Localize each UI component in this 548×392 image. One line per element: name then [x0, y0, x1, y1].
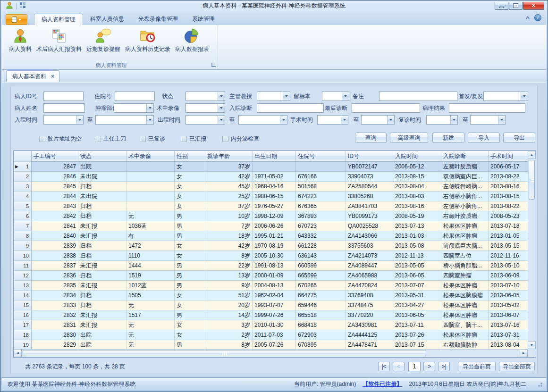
- filter-input-final_diag[interactable]: [352, 103, 420, 113]
- grid-header-cell[interactable]: 手工编号: [32, 151, 78, 162]
- filter-input-admit_diag[interactable]: [257, 103, 324, 113]
- filter-combo-revisit_time[interactable]: [426, 115, 458, 125]
- row-header-cell[interactable]: 11: [14, 261, 32, 271]
- checkbox-icon[interactable]: [181, 136, 187, 142]
- chevron-down-icon[interactable]: [341, 116, 348, 124]
- export-all-pages-button[interactable]: 导出全部页: [499, 362, 535, 371]
- table-row[interactable]: 82840未汇报有男18岁1995-01-21643332ZA414306620…: [14, 231, 528, 241]
- chevron-down-icon[interactable]: [283, 92, 290, 100]
- import-button[interactable]: 导入: [468, 133, 500, 143]
- row-header-cell[interactable]: 9: [14, 241, 32, 251]
- info-icon[interactable]: i: [534, 14, 541, 21]
- table-row[interactable]: 172831未汇报无女3岁2010-01-30668418ZA343098120…: [14, 320, 528, 330]
- close-button[interactable]: ✕: [523, 2, 544, 10]
- chevron-down-icon[interactable]: [218, 116, 225, 124]
- horizontal-scroll-thumb[interactable]: [23, 350, 426, 356]
- pager-next-button[interactable]: >: [423, 362, 435, 371]
- chevron-down-icon[interactable]: [218, 92, 225, 100]
- checkbox-option-4[interactable]: 内分泌检查: [222, 133, 259, 144]
- table-row[interactable]: 42844未出院女25岁1988-06-15674223338052682013…: [14, 192, 528, 201]
- checkbox-option-1[interactable]: 主任主刀: [95, 133, 126, 144]
- filter-input-patient_id[interactable]: [43, 92, 84, 101]
- checkbox-icon[interactable]: [222, 136, 228, 142]
- ribbon-button-postop-report[interactable]: 术后病人汇报资料: [34, 26, 84, 55]
- row-header-cell[interactable]: 18: [14, 330, 32, 340]
- filter-combo-surgery_time[interactable]: [317, 115, 348, 125]
- filter-combo-to[interactable]: [95, 115, 154, 125]
- chevron-down-icon[interactable]: [76, 116, 83, 124]
- quick-launch-icon[interactable]: [19, 2, 26, 10]
- page-number-input[interactable]: [408, 362, 421, 371]
- checkbox-option-2[interactable]: 已复诊: [140, 133, 165, 144]
- ribbon-tab-patient-management[interactable]: 病人资料管理: [34, 14, 83, 25]
- chevron-down-icon[interactable]: [146, 104, 153, 112]
- checkbox-option-0[interactable]: 胶片地址为空: [39, 133, 82, 144]
- combo-field[interactable]: [257, 92, 283, 100]
- dialog-launcher-icon[interactable]: [211, 63, 216, 67]
- row-header-cell[interactable]: 13: [14, 281, 32, 291]
- advanced-query-button[interactable]: 高级查询: [390, 133, 428, 143]
- scroll-left-icon[interactable]: ◄: [14, 349, 22, 357]
- table-row[interactable]: 72841未汇报1036蓝男7岁2006-06-26670723QA002552…: [14, 221, 528, 231]
- export-button[interactable]: 导出: [503, 133, 535, 143]
- table-row[interactable]: ▶12847出院女37岁YB00721472006-05-12左额叶胶质瘤200…: [14, 162, 528, 172]
- combo-field[interactable]: [96, 116, 146, 124]
- grid-header-cell[interactable]: 手术时间: [489, 151, 528, 162]
- chevron-down-icon[interactable]: [387, 116, 394, 124]
- filter-input-remark[interactable]: [379, 92, 457, 101]
- checkbox-icon[interactable]: [39, 136, 45, 142]
- filter-combo-specimen[interactable]: [322, 92, 349, 101]
- table-row[interactable]: 142834归档1505女51岁1962-02-0466477533769408…: [14, 291, 528, 300]
- combo-field[interactable]: [44, 116, 76, 124]
- ribbon-button-data-report[interactable]: 病人数据报表: [173, 26, 211, 55]
- combo-field[interactable]: [186, 104, 218, 112]
- combo-field[interactable]: [427, 116, 450, 124]
- table-row[interactable]: 62842归档无男10岁1998-12-09367893YB0099173200…: [14, 211, 528, 221]
- query-button[interactable]: 查询: [355, 133, 387, 143]
- filter-input-pathology[interactable]: [449, 103, 525, 113]
- combo-field[interactable]: [239, 116, 280, 124]
- filter-combo-discharge_time[interactable]: [185, 115, 225, 125]
- table-row[interactable]: 122836归档1519男13岁2000-01-09665599ZA406598…: [14, 271, 528, 281]
- grid-header-cell[interactable]: 性别: [175, 151, 205, 162]
- pager-last-button[interactable]: >|: [438, 362, 450, 371]
- row-header-cell[interactable]: 17: [14, 320, 32, 330]
- doc-tab-patient-basic-info[interactable]: 病人基本资料 ×: [6, 70, 59, 82]
- horizontal-scrollbar[interactable]: ◄ ►: [14, 349, 528, 357]
- resize-grip-icon[interactable]: [537, 381, 542, 387]
- row-header-cell[interactable]: 7: [14, 221, 32, 231]
- combo-field[interactable]: [114, 104, 146, 112]
- filter-combo-to[interactable]: [238, 115, 287, 125]
- chevron-down-icon[interactable]: [342, 92, 349, 100]
- grid-header-cell[interactable]: 出生日期: [253, 151, 296, 162]
- pager-prev-button[interactable]: <: [393, 362, 405, 371]
- row-header-cell[interactable]: 12: [14, 271, 32, 281]
- scroll-down-icon[interactable]: ▼: [528, 341, 536, 349]
- filter-input-inpatient_no[interactable]: [115, 92, 155, 101]
- filter-combo-first_recur[interactable]: [483, 92, 528, 101]
- export-current-page-button[interactable]: 导出当前页: [458, 362, 496, 371]
- maximize-button[interactable]: [509, 2, 523, 10]
- filter-input-patient_name[interactable]: [43, 103, 84, 113]
- grid-header-cell[interactable]: ID号: [346, 151, 393, 162]
- combo-field[interactable]: [322, 92, 342, 100]
- table-row[interactable]: 132835未汇报1012蓝男9岁2004-08-13670265ZA44708…: [14, 281, 528, 291]
- grid-header-cell[interactable]: 术中录像: [126, 151, 175, 162]
- combo-field[interactable]: [362, 116, 387, 124]
- filter-combo-admit_time[interactable]: [43, 115, 84, 125]
- row-header-cell[interactable]: 10: [14, 251, 32, 261]
- ribbon-button-revisit-reminder[interactable]: 近期复诊提醒: [84, 26, 123, 55]
- combo-field[interactable]: [318, 116, 341, 124]
- grid-header-cell[interactable]: 入院诊断: [441, 151, 489, 162]
- minimize-button[interactable]: [495, 2, 508, 10]
- chevron-down-icon[interactable]: [146, 116, 153, 124]
- combo-field[interactable]: [186, 92, 218, 100]
- combo-field[interactable]: [186, 116, 218, 124]
- combo-field[interactable]: [471, 116, 498, 124]
- row-header-cell[interactable]: 8: [14, 231, 32, 241]
- new-button[interactable]: 新建: [432, 133, 464, 143]
- checkbox-option-3[interactable]: 已汇报: [181, 133, 206, 144]
- grid-header-cell[interactable]: 就诊年龄: [205, 151, 253, 162]
- vertical-scroll-thumb[interactable]: [529, 160, 535, 200]
- table-row[interactable]: 92839归档1472女42岁1970-08-19661228337556032…: [14, 241, 528, 251]
